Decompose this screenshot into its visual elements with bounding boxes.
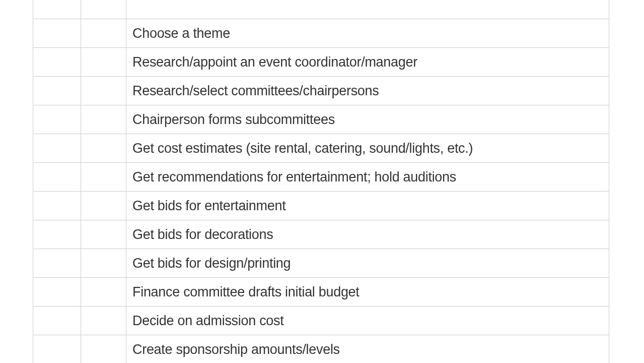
checkbox-cell-2: [81, 220, 126, 249]
checkbox-cell-2: [81, 192, 126, 220]
task-cell: Research/select committees/chairpersons: [126, 77, 609, 105]
checkbox-cell-2: [81, 335, 126, 364]
checklist-table: Choose a theme Research/appoint an event…: [33, 0, 609, 363]
table-row: Decide on admission cost: [33, 307, 609, 335]
checkbox-cell-2: [81, 19, 126, 48]
checkbox-cell-2: [81, 134, 126, 163]
table-row: Create sponsorship amounts/levels: [33, 335, 609, 364]
table-row: Get bids for design/printing: [33, 249, 609, 278]
task-cell: Create sponsorship amounts/levels: [126, 335, 609, 364]
task-cell: Choose a theme: [126, 19, 609, 48]
checklist-table-container: Choose a theme Research/appoint an event…: [0, 0, 644, 353]
checkbox-cell-1: [33, 220, 81, 249]
table-row: Research/appoint an event coordinator/ma…: [33, 48, 609, 77]
checklist-tbody: Choose a theme Research/appoint an event…: [33, 0, 609, 363]
table-row: [33, 0, 609, 19]
table-row: Finance committee drafts initial budget: [33, 278, 609, 307]
table-row: Get bids for entertainment: [33, 192, 609, 220]
checkbox-cell-1: [33, 307, 81, 335]
table-row: Research/select committees/chairpersons: [33, 77, 609, 105]
table-row: Chairperson forms subcommittees: [33, 105, 609, 134]
checkbox-cell-2: [81, 307, 126, 335]
checkbox-cell-1: [33, 105, 81, 134]
task-cell: Get cost estimates (site rental, caterin…: [126, 134, 609, 163]
task-cell: Get recommendations for entertainment; h…: [126, 163, 609, 192]
checkbox-cell-1: [33, 134, 81, 163]
checkbox-cell-1: [33, 249, 81, 278]
checkbox-cell-1: [33, 278, 81, 307]
checkbox-cell-1: [33, 0, 81, 19]
checkbox-cell-2: [81, 105, 126, 134]
table-row: Choose a theme: [33, 19, 609, 48]
task-cell: Decide on admission cost: [126, 307, 609, 335]
table-row: Get bids for decorations: [33, 220, 609, 249]
task-cell: Get bids for design/printing: [126, 249, 609, 278]
checkbox-cell-1: [33, 48, 81, 77]
checkbox-cell-2: [81, 163, 126, 192]
task-cell: Get bids for entertainment: [126, 192, 609, 220]
checkbox-cell-1: [33, 163, 81, 192]
task-cell: Finance committee drafts initial budget: [126, 278, 609, 307]
checkbox-cell-1: [33, 19, 81, 48]
task-cell: Research/appoint an event coordinator/ma…: [126, 48, 609, 77]
checkbox-cell-2: [81, 0, 126, 19]
checkbox-cell-2: [81, 48, 126, 77]
checkbox-cell-1: [33, 192, 81, 220]
checkbox-cell-1: [33, 335, 81, 364]
checkbox-cell-1: [33, 77, 81, 105]
task-cell: Chairperson forms subcommittees: [126, 105, 609, 134]
task-cell: [126, 0, 609, 19]
checkbox-cell-2: [81, 249, 126, 278]
checkbox-cell-2: [81, 77, 126, 105]
task-cell: Get bids for decorations: [126, 220, 609, 249]
table-row: Get recommendations for entertainment; h…: [33, 163, 609, 192]
table-row: Get cost estimates (site rental, caterin…: [33, 134, 609, 163]
checkbox-cell-2: [81, 278, 126, 307]
